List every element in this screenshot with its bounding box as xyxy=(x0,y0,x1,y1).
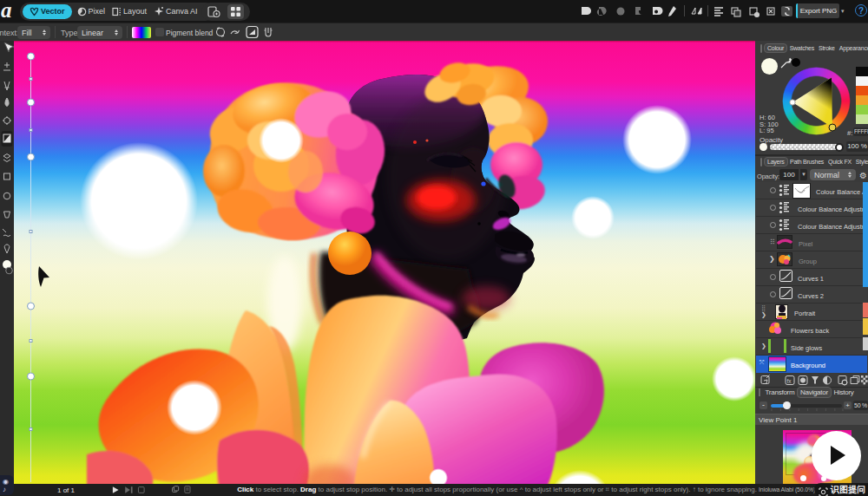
svg-text:fx: fx xyxy=(787,378,792,384)
